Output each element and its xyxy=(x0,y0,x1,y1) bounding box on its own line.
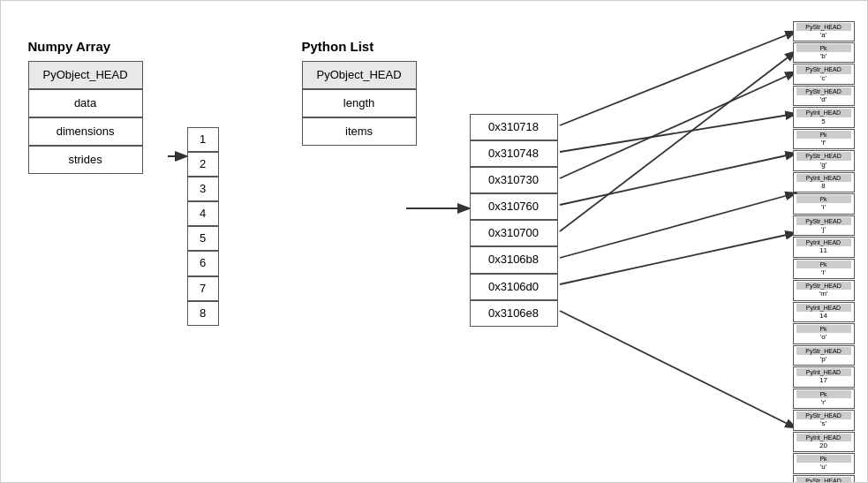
svg-line-3 xyxy=(560,114,795,152)
data-cell-1: 1 xyxy=(187,127,219,152)
numpy-cell-data: data xyxy=(28,89,143,117)
addr-6: 0x3106d0 xyxy=(470,274,558,300)
data-cell-6: 6 xyxy=(187,251,219,275)
obj-15: PyStr_HEAD'p' xyxy=(793,345,855,366)
obj-5: Pk'f' xyxy=(793,129,855,149)
diagram: Numpy Array PyObject_HEAD data dimension… xyxy=(11,12,858,472)
obj-8: Pk'i' xyxy=(793,193,855,214)
obj-18: PyStr_HEAD's' xyxy=(793,410,855,430)
addr-3: 0x310760 xyxy=(470,193,558,220)
pylist-cell-length: length xyxy=(302,89,417,117)
data-cell-4: 4 xyxy=(187,201,219,226)
data-cell-5: 5 xyxy=(187,226,219,251)
numpy-array-group: Numpy Array PyObject_HEAD data dimension… xyxy=(28,39,143,175)
addr-4: 0x310700 xyxy=(470,220,558,246)
numpy-cell-head: PyObject_HEAD xyxy=(28,61,143,89)
obj-12: PyStr_HEAD'm' xyxy=(793,280,855,300)
obj-9: PyStr_HEAD'j' xyxy=(793,215,855,236)
numpy-cell-dim: dimensions xyxy=(28,117,143,146)
obj-14: Pk'o' xyxy=(793,323,855,343)
obj-16: PyInt_HEAD17 xyxy=(793,366,855,387)
data-cell-3: 3 xyxy=(187,177,219,201)
addr-0: 0x310718 xyxy=(470,114,558,140)
svg-line-5 xyxy=(560,154,795,205)
pylist-cell-head: PyObject_HEAD xyxy=(302,61,417,89)
addr-1: 0x310748 xyxy=(470,140,558,167)
svg-line-8 xyxy=(560,233,795,284)
addr-7: 0x3106e8 xyxy=(470,300,558,327)
pylist-cell-items: items xyxy=(302,117,417,146)
obj-3: PyStr_HEAD'd' xyxy=(793,86,855,106)
svg-line-4 xyxy=(560,72,795,178)
svg-line-9 xyxy=(560,311,795,427)
obj-17: Pk'r' xyxy=(793,389,855,409)
obj-19: PyInt_HEAD20 xyxy=(793,432,855,452)
obj-7: PyInt_HEAD8 xyxy=(793,172,855,192)
svg-line-6 xyxy=(560,52,795,231)
addr-5: 0x3106b8 xyxy=(470,246,558,273)
obj-4: PyInt_HEAD5 xyxy=(793,107,855,127)
obj-20: Pk'u' xyxy=(793,453,855,473)
addr-cells: 0x310718 0x310748 0x310730 0x310760 0x31… xyxy=(470,114,558,328)
data-cells: 1 2 3 4 5 6 7 8 xyxy=(187,127,219,327)
pylist-group: Python List PyObject_HEAD length items xyxy=(302,39,417,147)
svg-line-7 xyxy=(560,193,795,258)
addr-2: 0x310730 xyxy=(470,167,558,193)
data-cell-7: 7 xyxy=(187,276,219,301)
obj-0: PyStr_HEAD'a' xyxy=(793,21,855,42)
data-cell-8: 8 xyxy=(187,301,219,326)
obj-cells: PyStr_HEAD'a' Pk'b' PyStr_HEAD'c' PyStr_… xyxy=(793,21,855,484)
svg-line-2 xyxy=(560,32,795,125)
pylist-title: Python List xyxy=(302,39,417,54)
data-cell-2: 2 xyxy=(187,152,219,177)
numpy-cell-strides: strides xyxy=(28,146,143,174)
obj-21: PyStr_HEAD'v' xyxy=(793,475,855,483)
obj-10: PyInt_HEAD11 xyxy=(793,237,855,257)
numpy-title: Numpy Array xyxy=(28,39,143,54)
obj-13: PyInt_HEAD14 xyxy=(793,302,855,322)
obj-11: Pk'l' xyxy=(793,259,855,279)
obj-2: PyStr_HEAD'c' xyxy=(793,64,855,84)
obj-6: PyStr_HEAD'g' xyxy=(793,150,855,170)
obj-1: Pk'b' xyxy=(793,42,855,63)
